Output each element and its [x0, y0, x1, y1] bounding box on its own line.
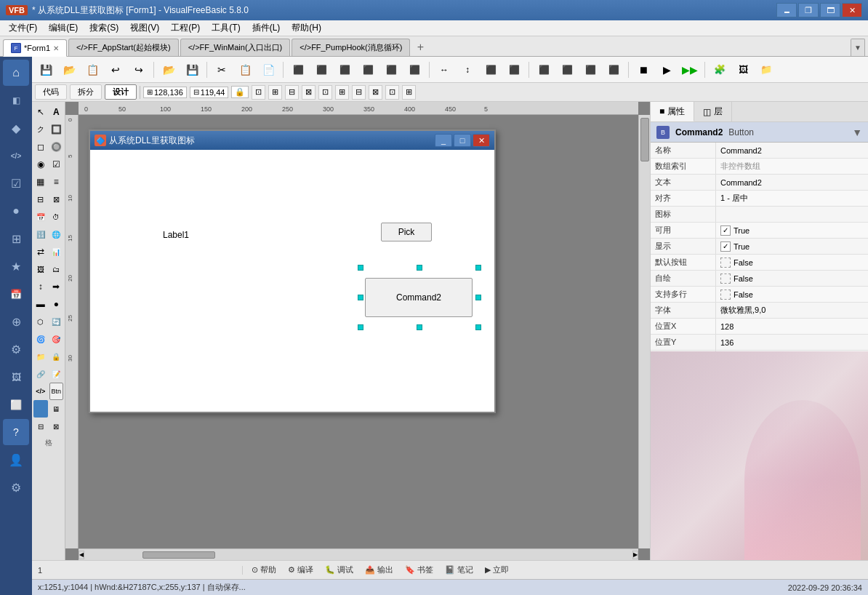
- tool-arrow-v[interactable]: ↕: [33, 278, 48, 295]
- form-minimize-btn[interactable]: _: [435, 134, 452, 147]
- handle-mr[interactable]: [475, 295, 481, 300]
- snap-btn[interactable]: ⊡: [252, 85, 265, 100]
- tab-order-btn[interactable]: ⊡: [318, 85, 332, 100]
- tool-chart[interactable]: 📊: [49, 243, 64, 260]
- prop-check-multiline[interactable]: [720, 289, 731, 300]
- menu-plugin[interactable]: 插件(L): [246, 20, 286, 36]
- scrollbar-horizontal[interactable]: ◀ ▶: [79, 548, 638, 560]
- form-close-btn[interactable]: ✕: [473, 134, 490, 147]
- nav-code[interactable]: </>: [3, 143, 29, 169]
- undo-btn[interactable]: ↩: [105, 60, 126, 80]
- menu-search[interactable]: 搜索(S): [84, 20, 124, 36]
- nav-help[interactable]: ?: [3, 419, 29, 445]
- prop-val-posy[interactable]: 136: [716, 335, 868, 350]
- resize-btn[interactable]: ↔: [433, 60, 455, 80]
- prop-val-visible[interactable]: ✓ True: [716, 239, 868, 254]
- tool-screen[interactable]: [33, 400, 48, 418]
- grid-btn[interactable]: ⊟: [285, 85, 299, 100]
- scroll-right-btn[interactable]: ▶: [632, 551, 638, 559]
- tab-appstart[interactable]: </>FF_AppStart(起始模块): [68, 39, 179, 56]
- comp-icon3[interactable]: 📁: [755, 60, 777, 80]
- nav-cube[interactable]: ◆: [3, 115, 29, 141]
- form-restore-btn[interactable]: □: [454, 134, 471, 147]
- align-right-btn[interactable]: ⬛: [310, 60, 332, 80]
- bottom-help-btn[interactable]: ⊙ 帮助: [249, 564, 279, 576]
- form-title-bar[interactable]: 🔷 从系统DLL里获取图标 _ □ ✕: [90, 131, 494, 150]
- bottom-debug-btn[interactable]: 🐛 调试: [322, 564, 356, 576]
- tool-hex[interactable]: ⬡: [33, 313, 48, 330]
- nav-star[interactable]: ★: [3, 253, 29, 279]
- tool-rect[interactable]: 🔲: [49, 121, 64, 138]
- handle-ml[interactable]: [358, 295, 363, 300]
- tool-note[interactable]: 📝: [49, 365, 64, 383]
- tab-add-button[interactable]: +: [411, 39, 429, 56]
- tool-list[interactable]: ≡: [49, 173, 64, 191]
- scroll-left-btn[interactable]: ◀: [79, 551, 84, 559]
- tool-ruler[interactable]: ⊠: [49, 191, 64, 208]
- extra2-btn[interactable]: ⬛: [556, 60, 578, 80]
- save-btn[interactable]: 💾: [35, 60, 57, 80]
- align-left-btn[interactable]: ⬛: [287, 60, 309, 80]
- close-button[interactable]: ✕: [842, 3, 862, 17]
- misc-btn3[interactable]: ⊠: [369, 85, 382, 100]
- prop-check-visible[interactable]: ✓: [720, 241, 731, 252]
- scrollbar-thumb-v[interactable]: [640, 118, 649, 161]
- tool-frame[interactable]: ◻: [33, 138, 48, 156]
- nav-home[interactable]: ⌂: [3, 60, 29, 86]
- resize2-btn[interactable]: ↕: [457, 60, 478, 80]
- extra3-btn[interactable]: ⬛: [579, 60, 601, 80]
- arrange-btn[interactable]: ⬛: [480, 60, 502, 80]
- tool-line[interactable]: ▬: [33, 295, 48, 313]
- nav-tag[interactable]: ⬜: [3, 391, 29, 418]
- tool-scroll[interactable]: ⇄: [33, 243, 48, 260]
- nav-check[interactable]: ☑: [3, 170, 29, 196]
- tab-properties[interactable]: ■ 属性: [651, 102, 694, 121]
- bottom-run-btn[interactable]: ▶ 立即: [482, 564, 512, 576]
- tool-image[interactable]: 🖼: [33, 260, 48, 278]
- tool-cal[interactable]: 📅: [33, 208, 48, 225]
- handle-tr[interactable]: [475, 265, 481, 271]
- misc-btn4[interactable]: ⊡: [385, 85, 399, 100]
- prop-val-font[interactable]: 微软雅黑,9,0: [716, 303, 868, 318]
- tool-wrench[interactable]: ⊟: [33, 191, 48, 208]
- tab-layers[interactable]: ◫ 层: [694, 102, 732, 121]
- extra4-btn[interactable]: ⬛: [603, 60, 624, 80]
- minimize-button[interactable]: 🗕: [776, 3, 797, 17]
- tab-winmain[interactable]: </>FF_WinMain(入口出口): [180, 39, 291, 56]
- prop-val-multiline[interactable]: False: [716, 287, 868, 302]
- prop-check-default[interactable]: [720, 257, 731, 268]
- run-fast-btn[interactable]: ▶▶: [679, 60, 701, 80]
- tool-rotate[interactable]: 🔄: [49, 313, 64, 330]
- bottom-bookmark-btn[interactable]: 🔖 书签: [402, 564, 436, 576]
- tool-target[interactable]: 🎯: [49, 330, 64, 348]
- open2-btn[interactable]: 📂: [158, 60, 180, 80]
- tab-pumphook[interactable]: </>FF_PumpHook(消息循环): [292, 39, 410, 56]
- tool-misc2[interactable]: ⊠: [49, 418, 64, 435]
- menu-view[interactable]: 视图(V): [124, 20, 165, 36]
- tool-web[interactable]: 🌐: [49, 225, 64, 243]
- nav-circle[interactable]: ●: [3, 198, 29, 224]
- form-command2-button[interactable]: Command2: [365, 278, 473, 317]
- scrollbar-vertical[interactable]: [638, 115, 650, 548]
- align-top-btn[interactable]: ⬛: [334, 60, 355, 80]
- handle-tc[interactable]: [417, 265, 422, 271]
- menu-edit[interactable]: 编辑(E): [43, 20, 84, 36]
- arrange2-btn[interactable]: ⬛: [503, 60, 525, 80]
- prop-val-name[interactable]: Command2: [716, 143, 868, 158]
- scrollbar-thumb-h[interactable]: [142, 551, 215, 559]
- tool-monitor[interactable]: 🖥: [49, 400, 64, 418]
- tool-link[interactable]: 🔗: [33, 365, 48, 383]
- restore-button[interactable]: ❐: [798, 3, 819, 17]
- nav-gear-circle[interactable]: ⚙: [3, 336, 29, 362]
- nav-plus[interactable]: ⊕: [3, 308, 29, 335]
- tab-more-button[interactable]: ▼: [851, 39, 865, 56]
- menu-file[interactable]: 文件(F): [3, 20, 43, 36]
- menu-project[interactable]: 工程(P): [165, 20, 206, 36]
- save2-btn[interactable]: 💾: [181, 60, 203, 80]
- run-btn[interactable]: ▶: [656, 60, 678, 80]
- tool-num[interactable]: 🔢: [33, 225, 48, 243]
- tool-grid-word[interactable]: 格: [33, 438, 63, 448]
- tool-text[interactable]: A: [49, 103, 64, 121]
- open-btn[interactable]: 📂: [58, 60, 80, 80]
- bottom-compile-btn[interactable]: ⚙ 编译: [285, 564, 316, 576]
